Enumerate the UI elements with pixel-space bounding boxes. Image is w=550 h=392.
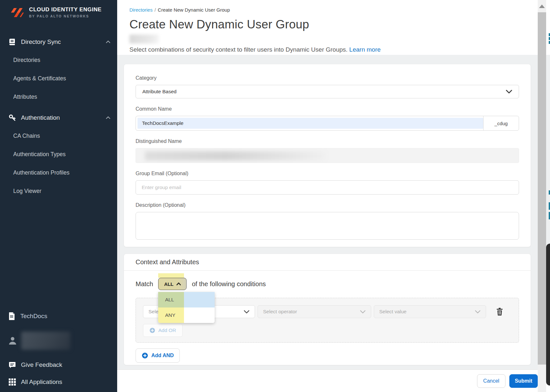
breadcrumb-current: Create New Dynamic User Group	[158, 7, 230, 13]
distinguished-name-field	[136, 148, 519, 163]
sidebar-item-authentication-profiles[interactable]: Authentication Profiles	[0, 164, 117, 182]
document-icon	[8, 312, 15, 320]
match-row: Match ALL ALL ANY	[136, 278, 519, 290]
breadcrumb-separator: /	[155, 7, 156, 13]
trash-icon	[496, 308, 503, 316]
category-select[interactable]: Attribute Based	[136, 85, 519, 98]
add-or-button[interactable]: Add OR	[143, 324, 183, 337]
sidebar-item-attributes[interactable]: Attributes	[0, 88, 117, 106]
sidebar-section-directory-sync[interactable]: Directory Sync	[0, 33, 117, 51]
edge-artifact	[549, 202, 550, 210]
distinguished-name-label: Distinguished Name	[136, 138, 519, 144]
action-footer: Cancel Submit	[117, 369, 550, 392]
sidebar-section-label: Authentication	[21, 114, 101, 121]
common-name-field-group: _cdug	[136, 116, 519, 131]
breadcrumb: Directories/Create New Dynamic User Grou…	[129, 7, 550, 13]
chevron-up-icon	[106, 116, 111, 119]
edge-artifact	[549, 37, 550, 40]
scroll-up-arrow-icon	[539, 5, 545, 8]
scroll-up-button[interactable]	[538, 0, 546, 12]
match-mode-value: ALL	[164, 281, 173, 287]
group-email-input[interactable]	[136, 180, 519, 195]
distinguished-name-redacted	[145, 151, 326, 160]
sidebar-item-all-applications[interactable]: All Applications	[0, 373, 117, 391]
chevron-down-icon	[475, 310, 481, 314]
sidebar-item-user-account[interactable]	[0, 329, 117, 352]
sidebar-item-techdocs[interactable]: TechDocs	[0, 307, 117, 325]
delete-condition-button[interactable]	[496, 308, 503, 316]
add-and-button[interactable]: Add AND	[136, 348, 180, 363]
dropdown-option-label: ANY	[158, 307, 184, 323]
page-title: Create New Dynamic User Group	[129, 18, 550, 31]
group-details-card: Category Attribute Based Common Name _cd…	[124, 64, 531, 247]
edge-artifact	[549, 212, 550, 219]
group-email-label: Group Email (Optional)	[136, 171, 519, 176]
match-suffix: of the following conditions	[192, 280, 266, 288]
vertical-scrollbar[interactable]	[538, 0, 546, 392]
plus-circle-icon	[142, 352, 148, 359]
sidebar-item-authentication-types[interactable]: Authentication Types	[0, 145, 117, 164]
dropdown-option-label: ALL	[158, 292, 184, 307]
book-icon	[8, 38, 16, 46]
chevron-down-icon	[506, 90, 512, 94]
sidebar-nav: Directory Sync Directories Agents & Cert…	[0, 33, 117, 200]
match-prefix: Match	[136, 280, 153, 288]
category-value: Attribute Based	[142, 89, 506, 95]
match-mode-dropdown-button[interactable]: ALL	[158, 278, 187, 290]
operator-select[interactable]: Select operator	[258, 305, 371, 318]
sidebar-item-log-viewer[interactable]: Log Viewer	[0, 182, 117, 200]
value-select[interactable]: Select value	[374, 305, 486, 318]
value-select-placeholder: Select value	[379, 309, 475, 315]
learn-more-link[interactable]: Learn more	[349, 46, 381, 53]
page-subtitle-text: Select combinations of security context …	[129, 46, 348, 53]
sidebar-item-agents-certificates[interactable]: Agents & Certificates	[0, 69, 117, 88]
page-header: Directories/Create New Dynamic User Grou…	[117, 0, 550, 55]
sidebar-item-label: TechDocs	[20, 313, 47, 320]
sidebar-item-directories[interactable]: Directories	[0, 51, 117, 69]
chevron-down-icon	[360, 310, 366, 314]
operator-select-placeholder: Select operator	[263, 309, 360, 315]
main-content: Directories/Create New Dynamic User Grou…	[117, 0, 550, 392]
brand-logo-icon	[10, 6, 25, 19]
category-label: Category	[136, 75, 519, 81]
chevron-up-icon	[176, 282, 181, 286]
chevron-up-icon	[106, 40, 111, 44]
sidebar-item-label: Give Feedback	[21, 361, 62, 368]
sidebar-item-give-feedback[interactable]: Give Feedback	[0, 357, 117, 373]
page-subtitle: Select combinations of security context …	[129, 46, 550, 53]
submit-button[interactable]: Submit	[509, 374, 538, 388]
edge-artifact	[549, 33, 550, 36]
app-subtitle: BY PALO ALTO NETWORKS	[29, 14, 102, 18]
sidebar-item-ca-chains[interactable]: CA Chains	[0, 127, 117, 145]
chevron-down-icon	[244, 310, 250, 314]
context-attributes-card: Context and Attributes Match ALL ALL	[124, 254, 531, 365]
edge-artifact	[549, 41, 550, 44]
scrollbar-thumb[interactable]	[538, 12, 546, 365]
sidebar-item-label: All Applications	[21, 378, 62, 386]
app-title: CLOUD IDENTITY ENGINE	[29, 6, 102, 13]
sidebar-section-label: Directory Sync	[21, 38, 101, 45]
add-and-label: Add AND	[151, 353, 174, 358]
key-icon	[8, 114, 16, 122]
sidebar: CLOUD IDENTITY ENGINE BY PALO ALTO NETWO…	[0, 0, 117, 392]
redacted-tenant-chip	[129, 35, 159, 44]
user-name-redacted	[21, 332, 70, 350]
description-textarea[interactable]	[136, 212, 519, 240]
dropdown-option-all[interactable]: ALL	[158, 292, 215, 307]
edge-artifact	[549, 190, 550, 195]
feedback-icon	[8, 361, 16, 369]
cancel-button[interactable]: Cancel	[477, 374, 505, 388]
description-label: Description (Optional)	[136, 202, 519, 208]
plus-circle-icon	[149, 327, 155, 333]
dropdown-option-any[interactable]: ANY	[158, 307, 215, 323]
grid-icon	[8, 378, 16, 386]
app-logo: CLOUD IDENTITY ENGINE BY PALO ALTO NETWO…	[0, 0, 117, 19]
common-name-label: Common Name	[136, 106, 519, 112]
breadcrumb-link-directories[interactable]: Directories	[129, 7, 153, 13]
match-mode-dropdown-menu: ALL ANY	[158, 292, 215, 323]
sidebar-section-authentication[interactable]: Authentication	[0, 109, 117, 127]
common-name-input[interactable]	[138, 118, 483, 129]
add-or-label: Add OR	[158, 327, 176, 333]
background-window-edge	[546, 244, 550, 386]
common-name-suffix: _cdug	[483, 116, 519, 130]
